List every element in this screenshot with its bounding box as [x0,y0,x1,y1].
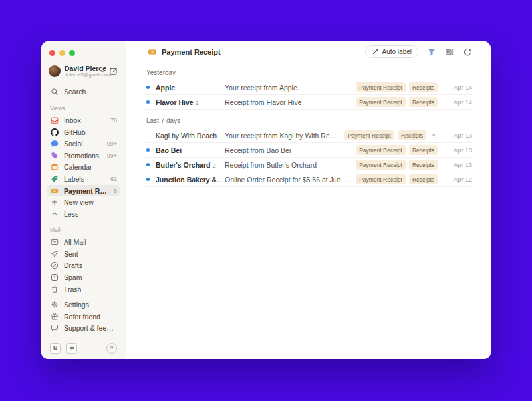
sidebar-item-all-mail[interactable]: All Mail [47,236,120,248]
email-subject: Your receipt from Kagi by With Reach #21… [225,132,338,140]
email-date: Apr 12 [446,176,472,183]
sender-name: Kagi by With Reach [156,132,217,140]
sidebar: David Pierce dpierce5@gmail.com Search V… [41,41,126,359]
sidebar-item-less[interactable]: Less [47,208,120,220]
social-icon [50,140,59,148]
sidebar-item-label: Sent [64,250,78,258]
compose-button[interactable] [109,67,118,76]
email-subject: Receipt from Flavor Hive [225,98,349,106]
sidebar-item-social[interactable]: Social 99+ [47,138,120,150]
sidebar-item-support-feedback[interactable]: Support & feedback [47,323,120,334]
auto-label-button-text: Auto label [382,48,412,55]
sidebar-item-github[interactable]: GitHub [47,126,120,138]
email-row[interactable]: Junction Bakery & Bistro ... Online Orde… [145,172,472,187]
sidebar-item-spam[interactable]: Spam [47,271,120,283]
sidebar-item-promotions[interactable]: Promotions 99+ [47,150,120,162]
mail-section-label: Mail [50,227,117,233]
sidebar-item-label: New view [64,198,94,206]
email-date: Apr 14 [446,84,472,91]
zoom-window-button[interactable] [69,50,75,56]
email-date: Apr 14 [446,98,472,106]
filter-funnel-icon[interactable] [427,47,436,57]
sidebar-item-trash[interactable]: Trash [47,283,120,295]
chevron-up-icon [50,210,59,218]
label-badge[interactable]: Payment Receipt [356,82,406,92]
views-section-label: Views [50,105,117,112]
envelope-icon [50,238,59,246]
github-icon [50,128,59,136]
sidebar-item-label: Social [64,140,83,148]
label-badge[interactable]: Receipts [409,97,438,107]
label-badge[interactable]: Payment Receipt [356,145,406,155]
notion-app-icon[interactable]: N [50,343,61,354]
help-icon[interactable]: ? [106,343,117,354]
sidebar-item-calendar[interactable]: Calendar [47,162,120,174]
profile-email: dpierce5@gmail.com [65,72,95,78]
sidebar-item-new-view[interactable]: New view [47,196,120,208]
sidebar-item-count: 76 [110,117,117,124]
auto-labeled-sparkle-icon [431,132,438,139]
sidebar-item-label: Spam [64,273,82,281]
notion-calendar-app-icon[interactable] [66,343,77,354]
label-badges: Payment Receipt Receipts [356,174,438,184]
label-badge[interactable]: Payment Receipt [356,160,406,170]
calendar-icon [50,163,59,171]
view-title-text: Payment Receipt [162,48,221,56]
email-row[interactable]: Flavor Hive2 Receipt from Flavor Hive Pa… [145,95,472,110]
app-window: David Pierce dpierce5@gmail.com Search V… [41,41,491,359]
sidebar-item-labels[interactable]: Labels 62 [47,173,120,185]
label-badge[interactable]: Receipts [409,160,438,170]
sidebar-item-payment-receipt[interactable]: Payment Receipt 6 [47,185,120,197]
sender-name: Bao Bei [156,146,182,154]
sidebar-item-label: All Mail [64,238,86,246]
label-badge[interactable]: Receipts [409,145,438,155]
gift-icon [50,313,59,321]
minimize-window-button[interactable] [59,50,65,56]
sidebar-item-sent[interactable]: Sent [47,248,120,260]
search-button[interactable]: Search [47,86,120,98]
thread-count: 2 [196,99,199,106]
email-subject: Receipt from Bao Bei [225,146,349,154]
email-subject: Your receipt from Apple. [225,84,349,92]
display-options-icon[interactable] [445,47,454,57]
auto-label-icon [372,48,379,55]
sidebar-item-count: 62 [110,176,117,182]
unread-dot [146,163,150,166]
sender-name: Junction Bakery & Bistro ... [156,176,225,184]
sender-name: Apple [156,84,175,92]
email-row[interactable]: Butler's Orchard2 Receipt from Butler's … [145,158,472,172]
sidebar-bottom-bar: N ? [47,342,120,354]
unread-dot [146,100,150,104]
label-badge[interactable]: Payment Receipt [344,130,394,140]
refresh-icon[interactable] [463,47,472,57]
sidebar-item-drafts[interactable]: Drafts [47,260,120,272]
unread-dot [146,148,150,152]
label-badge[interactable]: Receipts [409,82,438,92]
label-badges: Payment Receipt Receipts [356,97,438,107]
sidebar-item-settings[interactable]: Settings [47,299,120,311]
email-subject: Receipt from Butler's Orchard [225,161,349,169]
label-badge[interactable]: Payment Receipt [356,174,406,184]
close-window-button[interactable] [49,50,55,56]
sidebar-item-refer-friend[interactable]: Refer friend [47,311,120,323]
email-row[interactable]: Kagi by With Reach Your receipt from Kag… [145,128,472,143]
promotions-icon [50,152,59,160]
auto-label-button[interactable]: Auto label [365,45,418,58]
label-badges: Payment Receipt Receipts [356,82,438,92]
trash-icon [50,285,59,293]
email-row[interactable]: Bao Bei Receipt from Bao Bei Payment Rec… [145,143,472,158]
label-badge[interactable]: Receipts [398,130,426,140]
sidebar-item-inbox[interactable]: Inbox 76 [47,114,120,126]
email-list: Yesterday Apple Your receipt from Apple.… [126,62,491,187]
plus-icon [50,198,59,206]
sender-name: Flavor Hive [156,98,194,106]
email-date: Apr 13 [446,146,472,154]
label-badge[interactable]: Receipts [409,174,438,184]
account-switcher[interactable]: David Pierce dpierce5@gmail.com [49,65,118,78]
sidebar-item-label: Calendar [64,163,92,171]
email-row[interactable]: Apple Your receipt from Apple. Payment R… [145,80,472,95]
header-actions: Auto label [365,45,472,58]
label-badge[interactable]: Payment Receipt [356,97,406,107]
unread-dot [146,86,150,89]
drafts-icon [50,261,59,269]
